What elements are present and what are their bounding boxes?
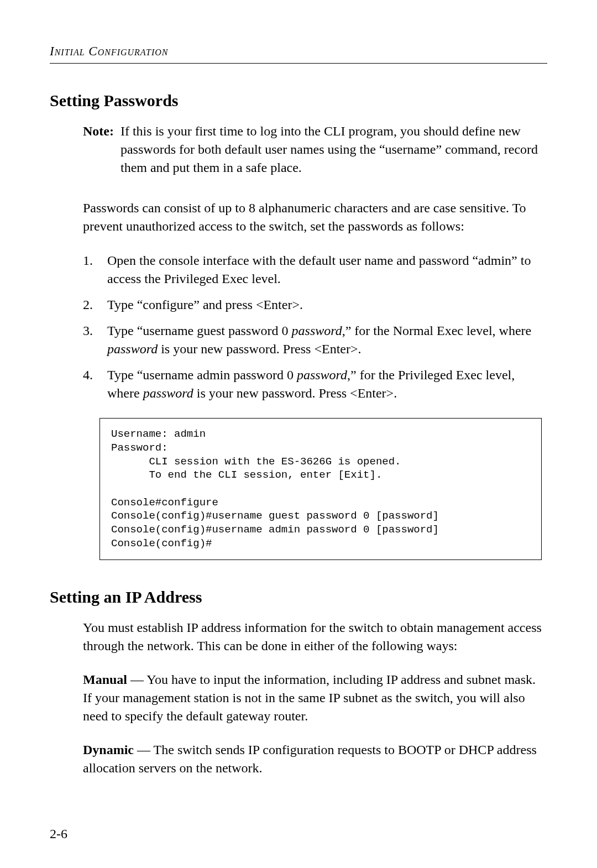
- step-1-text: Open the console interface with the defa…: [107, 252, 547, 288]
- ip-intro: You must establish IP address informatio…: [83, 619, 547, 655]
- dynamic-label: Dynamic: [83, 742, 134, 757]
- step-2: Type “configure” and press <Enter>.: [83, 296, 547, 314]
- step-4-text: Type “username admin password 0 password…: [107, 366, 547, 402]
- password-steps: Open the console interface with the defa…: [83, 252, 547, 403]
- page-number: 2-6: [50, 827, 67, 841]
- s3-italic1: password: [292, 323, 342, 338]
- note-text: If this is your first time to log into t…: [121, 122, 547, 177]
- s4c: is your new password. Press <Enter>.: [193, 386, 397, 400]
- header-rule: [50, 63, 547, 64]
- s4-italic2: password: [143, 386, 193, 400]
- cli-code-block: Username: admin Password: CLI session wi…: [100, 418, 542, 560]
- running-header: Initial Configuration: [50, 44, 547, 59]
- note-label: Note:: [83, 122, 114, 177]
- s4-italic1: password: [297, 368, 347, 382]
- step-4: Type “username admin password 0 password…: [83, 366, 547, 402]
- section-heading-passwords: Setting Passwords: [50, 91, 547, 110]
- step-3-text: Type “username guest password 0 password…: [107, 322, 547, 358]
- note-block: Note: If this is your first time to log …: [83, 122, 547, 177]
- s3a: Type “username guest password 0: [107, 323, 292, 338]
- manual-label: Manual: [83, 672, 127, 687]
- s4a: Type “username admin password 0: [107, 368, 297, 382]
- ip-manual: Manual — You have to input the informati…: [83, 671, 547, 725]
- dynamic-text: — The switch sends IP configuration requ…: [83, 742, 537, 775]
- passwords-intro: Passwords can consist of up to 8 alphanu…: [83, 199, 547, 236]
- step-2-text: Type “configure” and press <Enter>.: [107, 296, 547, 314]
- step-3: Type “username guest password 0 password…: [83, 322, 547, 358]
- manual-text: — You have to input the information, inc…: [83, 672, 536, 723]
- section-heading-ip: Setting an IP Address: [50, 588, 547, 606]
- s3-italic2: password: [107, 342, 158, 356]
- ip-dynamic: Dynamic — The switch sends IP configurat…: [83, 741, 547, 777]
- s3c: is your new password. Press <Enter>.: [158, 342, 361, 356]
- step-1: Open the console interface with the defa…: [83, 252, 547, 288]
- s3b: ,” for the Normal Exec level, where: [342, 323, 532, 338]
